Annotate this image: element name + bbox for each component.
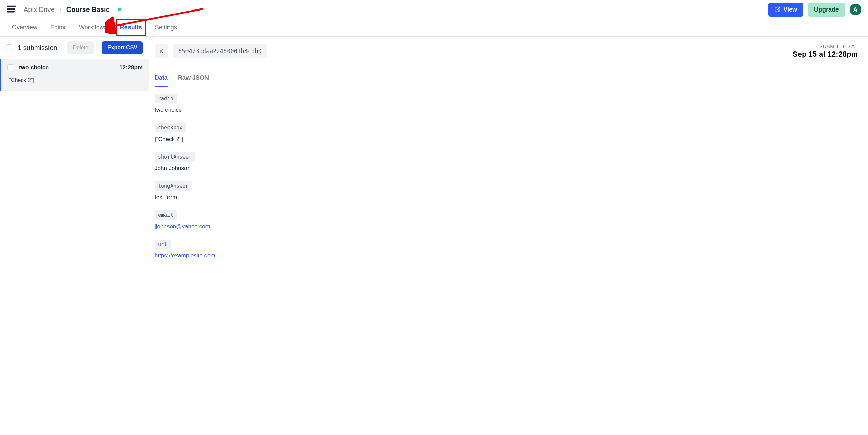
- view-label: View: [783, 6, 797, 13]
- tab-results[interactable]: Results: [116, 19, 146, 36]
- app-header: Apix Drive › Course Basic View Upgrade A: [0, 0, 868, 19]
- field-key: url: [155, 240, 171, 249]
- close-icon: [159, 48, 164, 54]
- field-value: two choice: [155, 107, 494, 113]
- detail-tabs: Data Raw JSON: [155, 71, 858, 87]
- field-list: radiotwo choicecheckbox["Check 2"]shortA…: [155, 94, 494, 259]
- submission-count: 1 submission: [18, 44, 63, 52]
- submitted-at: SUBMITTED AT Sep 15 at 12:28pm: [793, 43, 858, 59]
- main-tabs: Overview Editor Workflows Results Settin…: [0, 19, 868, 37]
- submissions-panel: 1 submission Delete Export CSV two choic…: [0, 37, 149, 434]
- status-dot: [118, 8, 121, 11]
- svg-rect-1: [7, 8, 15, 10]
- view-button[interactable]: View: [768, 3, 803, 17]
- field-value: ["Check 2"]: [155, 136, 494, 143]
- detail-header: 650423bdaa22460001b3cdb0 SUBMITTED AT Se…: [155, 43, 858, 59]
- submission-row[interactable]: two choice 12:28pm ["Check 2"]: [0, 59, 149, 91]
- submitted-time: Sep 15 at 12:28pm: [793, 50, 858, 59]
- field-key: checkbox: [155, 123, 186, 132]
- upgrade-button[interactable]: Upgrade: [808, 3, 845, 17]
- tab-editor[interactable]: Editor: [46, 19, 71, 36]
- close-detail-button[interactable]: [155, 44, 168, 58]
- submitted-label: SUBMITTED AT: [793, 43, 858, 49]
- field-key: longAnswer: [155, 181, 192, 191]
- submission-checkbox[interactable]: [7, 64, 14, 71]
- field-value[interactable]: jjohnson@yahoo.com: [155, 223, 494, 230]
- field-key: shortAnswer: [155, 152, 195, 162]
- field-value: John Johnson: [155, 165, 494, 172]
- chevron-right-icon: ›: [59, 6, 62, 14]
- svg-rect-0: [7, 6, 16, 7]
- svg-line-3: [777, 7, 780, 10]
- submission-preview: ["Check 2"]: [7, 77, 143, 83]
- app-logo[interactable]: [7, 4, 17, 15]
- submission-detail: 650423bdaa22460001b3cdb0 SUBMITTED AT Se…: [149, 37, 868, 434]
- main-split: 1 submission Delete Export CSV two choic…: [0, 37, 868, 434]
- breadcrumb-root[interactable]: Apix Drive: [24, 6, 55, 14]
- detail-tab-data[interactable]: Data: [155, 71, 168, 87]
- upgrade-label: Upgrade: [814, 6, 839, 13]
- field: radiotwo choice: [155, 94, 494, 113]
- field: emailjjohnson@yahoo.com: [155, 210, 494, 230]
- breadcrumb-current: Course Basic: [66, 6, 110, 14]
- export-csv-button[interactable]: Export CSV: [102, 41, 143, 54]
- field: urlhttps://examplesite.com: [155, 240, 494, 259]
- select-all-checkbox[interactable]: [6, 44, 13, 51]
- field: checkbox["Check 2"]: [155, 123, 494, 143]
- tab-settings[interactable]: Settings: [151, 19, 181, 36]
- logo-icon: [7, 4, 17, 15]
- avatar[interactable]: A: [850, 4, 861, 15]
- breadcrumb: Apix Drive › Course Basic: [24, 6, 121, 14]
- svg-rect-2: [7, 11, 15, 13]
- field-value[interactable]: https://examplesite.com: [155, 252, 494, 259]
- tab-overview[interactable]: Overview: [7, 19, 42, 36]
- submission-time: 12:28pm: [119, 64, 143, 71]
- field: longAnswertest form: [155, 181, 494, 201]
- field-value: test form: [155, 194, 494, 201]
- tab-workflows[interactable]: Workflows: [75, 19, 112, 36]
- submission-row-top: two choice 12:28pm: [7, 64, 143, 71]
- field: shortAnswerJohn Johnson: [155, 152, 494, 172]
- detail-tab-raw-json[interactable]: Raw JSON: [178, 71, 209, 87]
- submission-id: 650423bdaa22460001b3cdb0: [173, 44, 267, 58]
- list-header: 1 submission Delete Export CSV: [0, 37, 149, 59]
- external-link-icon: [774, 6, 781, 13]
- submission-title: two choice: [19, 64, 115, 71]
- field-key: email: [155, 210, 177, 220]
- field-key: radio: [155, 94, 177, 103]
- delete-button[interactable]: Delete: [67, 41, 94, 54]
